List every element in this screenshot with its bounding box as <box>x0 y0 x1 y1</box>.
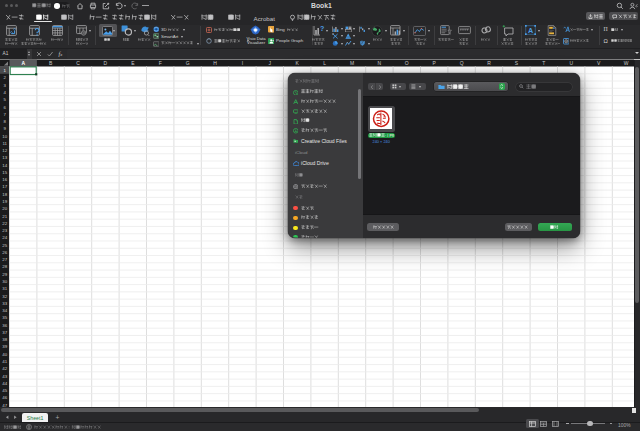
svg-text:W: W <box>624 60 629 66</box>
svg-text:16: 16 <box>2 177 7 182</box>
svg-text:H: H <box>213 60 217 66</box>
svg-text:21: 21 <box>2 214 7 219</box>
svg-text:C: C <box>76 60 80 66</box>
svg-text:32: 32 <box>2 294 7 299</box>
svg-text:10: 10 <box>2 134 7 139</box>
svg-text:.: . <box>385 133 386 137</box>
svg-text:28: 28 <box>2 264 7 269</box>
svg-text:G: G <box>186 60 190 66</box>
svg-text:29: 29 <box>2 272 7 277</box>
svg-text:13: 13 <box>2 155 7 160</box>
svg-text:D: D <box>104 60 108 66</box>
svg-text:40: 40 <box>2 352 7 357</box>
svg-text:12: 12 <box>2 148 7 153</box>
svg-text:38: 38 <box>2 337 7 342</box>
svg-text:g: g <box>391 133 393 137</box>
svg-text:35: 35 <box>2 315 7 320</box>
svg-text:23: 23 <box>2 228 7 233</box>
svg-text:27: 27 <box>2 257 7 262</box>
svg-text:20: 20 <box>2 206 7 211</box>
svg-text:25: 25 <box>2 243 7 248</box>
svg-text:N: N <box>378 60 382 66</box>
svg-text:L: L <box>323 60 326 66</box>
svg-text:Q: Q <box>460 60 464 66</box>
svg-text:j: j <box>386 133 388 137</box>
svg-text:19: 19 <box>2 199 7 204</box>
svg-text:11: 11 <box>2 141 7 146</box>
svg-text:A: A <box>21 60 25 66</box>
svg-text:14: 14 <box>2 163 7 168</box>
svg-text:46: 46 <box>2 395 7 400</box>
svg-text:43: 43 <box>2 374 7 379</box>
svg-text:42: 42 <box>2 366 7 371</box>
svg-text:17: 17 <box>2 184 7 189</box>
svg-text:37: 37 <box>2 330 7 335</box>
svg-text:T: T <box>542 60 545 66</box>
svg-text:15: 15 <box>2 170 7 175</box>
svg-text:18: 18 <box>2 192 7 197</box>
svg-text:22: 22 <box>2 221 7 226</box>
svg-text:39: 39 <box>2 344 7 349</box>
svg-text:33: 33 <box>2 301 7 306</box>
svg-text:O: O <box>405 60 409 66</box>
svg-text:45: 45 <box>2 388 7 393</box>
svg-text:I: I <box>242 60 243 66</box>
svg-text:R: R <box>487 60 491 66</box>
svg-text:24: 24 <box>2 235 7 240</box>
svg-text:44: 44 <box>2 381 7 386</box>
svg-text:26: 26 <box>2 250 7 255</box>
svg-text:34: 34 <box>2 308 7 313</box>
svg-text:31: 31 <box>2 286 7 291</box>
svg-text:F: F <box>159 60 162 66</box>
svg-text:36: 36 <box>2 323 7 328</box>
svg-text:30: 30 <box>2 279 7 284</box>
svg-text:U: U <box>569 60 573 66</box>
svg-text:M: M <box>350 60 354 66</box>
svg-text:41: 41 <box>2 359 7 364</box>
